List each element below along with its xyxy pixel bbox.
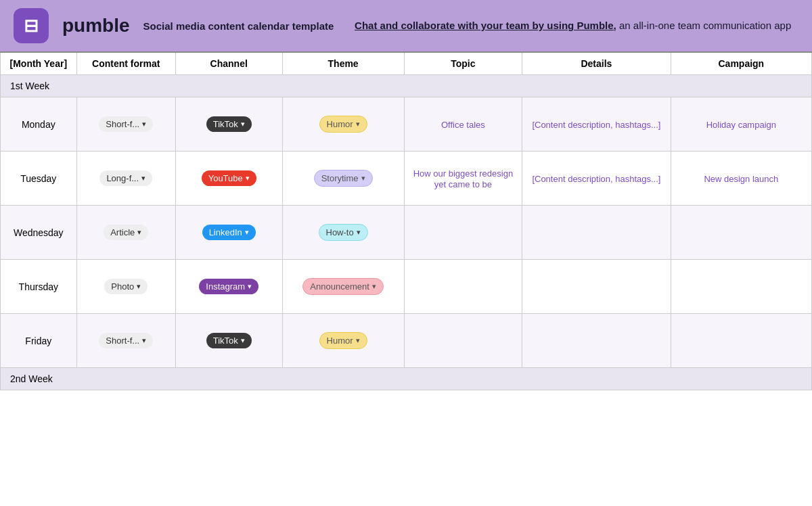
- topic-cell: Office tales: [404, 97, 522, 152]
- table-row: FridayShort-f...TikTokHumor: [1, 314, 812, 368]
- page-header: ⊟ pumble Social media content calendar t…: [0, 0, 812, 51]
- campaign-cell: [671, 314, 811, 368]
- theme-badge[interactable]: Humor: [319, 332, 367, 349]
- format-cell: Photo: [76, 260, 175, 314]
- details-cell: [522, 206, 671, 260]
- details-text: [Content description, hashtags...]: [532, 120, 660, 130]
- format-badge[interactable]: Photo: [104, 279, 148, 294]
- channel-badge[interactable]: Instagram: [199, 279, 258, 294]
- channel-cell: TikTok: [175, 97, 282, 152]
- topic-cell: How our biggest redesign yet came to be: [404, 152, 522, 206]
- header-title: Social media content calendar template: [143, 19, 334, 33]
- content-calendar-table: [Month Year] Content format Channel Them…: [0, 51, 812, 390]
- channel-badge[interactable]: YouTube: [202, 170, 256, 186]
- table-row: ThursdayPhotoInstagramAnnouncement: [1, 260, 812, 314]
- campaign-text: New design launch: [704, 174, 778, 184]
- table-row: WednesdayArticleLinkedInHow-to: [1, 206, 812, 260]
- format-cell: Long-f...: [76, 152, 175, 206]
- format-badge[interactable]: Short-f...: [99, 333, 153, 348]
- week-label-1: 1st Week: [1, 75, 812, 97]
- channel-cell: Instagram: [175, 260, 282, 314]
- format-badge[interactable]: Short-f...: [99, 116, 153, 132]
- details-cell: [Content description, hashtags...]: [522, 97, 671, 152]
- col-header-date: [Month Year]: [1, 52, 77, 75]
- week-label-2: 2nd Week: [1, 368, 812, 390]
- theme-cell: Humor: [282, 97, 404, 152]
- week-header-1: 1st Week: [1, 75, 812, 97]
- campaign-cell: [671, 206, 811, 260]
- channel-cell: LinkedIn: [175, 206, 282, 260]
- channel-badge[interactable]: TikTok: [206, 333, 252, 348]
- campaign-text: Holiday campaign: [706, 120, 776, 130]
- channel-cell: TikTok: [175, 314, 282, 368]
- format-badge[interactable]: Article: [104, 225, 148, 240]
- promo-suffix: an all-in-one team communication app: [616, 20, 791, 31]
- topic-cell: [404, 314, 522, 368]
- logo-box: ⊟: [14, 8, 49, 43]
- theme-cell: Humor: [282, 314, 404, 368]
- promo-link[interactable]: Chat and collaborate with your team by u…: [355, 20, 616, 31]
- day-cell: Monday: [1, 97, 77, 152]
- details-cell: [522, 314, 671, 368]
- format-cell: Short-f...: [76, 97, 175, 152]
- topic-cell: [404, 206, 522, 260]
- col-header-topic: Topic: [404, 52, 522, 75]
- day-cell: Wednesday: [1, 206, 77, 260]
- col-header-channel: Channel: [175, 52, 282, 75]
- theme-badge[interactable]: Storytime: [314, 170, 373, 187]
- details-text: [Content description, hashtags...]: [532, 174, 660, 184]
- topic-text: Office tales: [441, 120, 485, 130]
- logo-text: pumble: [62, 15, 130, 37]
- day-cell: Tuesday: [1, 152, 77, 206]
- col-header-format: Content format: [76, 52, 175, 75]
- theme-badge[interactable]: Announcement: [302, 278, 383, 295]
- topic-text: How our biggest redesign yet came to be: [413, 168, 513, 189]
- table-row: MondayShort-f...TikTokHumorOffice tales[…: [1, 97, 812, 152]
- format-cell: Short-f...: [76, 314, 175, 368]
- header-promo: Chat and collaborate with your team by u…: [347, 18, 798, 34]
- topic-cell: [404, 260, 522, 314]
- week-header-2: 2nd Week: [1, 368, 812, 390]
- col-header-campaign: Campaign: [671, 52, 811, 75]
- col-header-theme: Theme: [282, 52, 404, 75]
- campaign-cell: [671, 260, 811, 314]
- channel-badge[interactable]: TikTok: [206, 116, 252, 132]
- format-badge[interactable]: Long-f...: [99, 170, 152, 186]
- day-cell: Friday: [1, 314, 77, 368]
- theme-cell: Announcement: [282, 260, 404, 314]
- channel-badge[interactable]: LinkedIn: [202, 225, 256, 240]
- logo-icon: ⊟: [24, 17, 39, 34]
- table-header-row: [Month Year] Content format Channel Them…: [1, 52, 812, 75]
- table-row: TuesdayLong-f...YouTubeStorytimeHow our …: [1, 152, 812, 206]
- theme-cell: How-to: [282, 206, 404, 260]
- details-cell: [522, 260, 671, 314]
- theme-badge[interactable]: Humor: [319, 116, 367, 133]
- col-header-details: Details: [522, 52, 671, 75]
- day-cell: Thursday: [1, 260, 77, 314]
- theme-cell: Storytime: [282, 152, 404, 206]
- details-cell: [Content description, hashtags...]: [522, 152, 671, 206]
- campaign-cell: Holiday campaign: [671, 97, 811, 152]
- campaign-cell: New design launch: [671, 152, 811, 206]
- format-cell: Article: [76, 206, 175, 260]
- channel-cell: YouTube: [175, 152, 282, 206]
- theme-badge[interactable]: How-to: [319, 224, 368, 241]
